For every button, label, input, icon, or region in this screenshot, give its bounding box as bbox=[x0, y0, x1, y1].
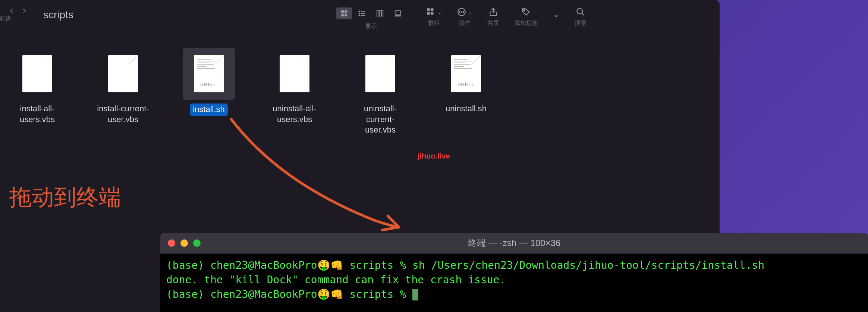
file-item-selected[interactable]: SHELL install.sh bbox=[183, 48, 235, 136]
terminal-titlebar[interactable]: 终端 — -zsh — 100×36 bbox=[160, 233, 868, 254]
forward-button[interactable] bbox=[20, 7, 28, 15]
svg-rect-14 bbox=[395, 15, 397, 16]
svg-point-26 bbox=[523, 10, 525, 11]
file-item[interactable]: install-current-user.vbs bbox=[97, 48, 149, 136]
svg-point-24 bbox=[463, 12, 464, 12]
svg-rect-1 bbox=[345, 10, 347, 13]
list-view-button[interactable] bbox=[354, 7, 370, 19]
search-button[interactable]: 搜索 bbox=[575, 6, 586, 27]
file-name: install-all-users.vbs bbox=[11, 104, 63, 125]
more-button[interactable]: ⌄ bbox=[553, 10, 560, 27]
file-icon bbox=[22, 55, 52, 92]
svg-point-27 bbox=[577, 8, 582, 14]
svg-rect-12 bbox=[381, 11, 383, 16]
tags-button[interactable]: 添加标签 bbox=[514, 6, 538, 27]
file-icon bbox=[365, 55, 395, 92]
file-name: install-current-user.vbs bbox=[97, 104, 149, 125]
file-grid: install-all-users.vbs install-current-us… bbox=[0, 33, 720, 150]
svg-rect-0 bbox=[341, 10, 344, 13]
svg-rect-13 bbox=[395, 11, 401, 14]
svg-point-7 bbox=[359, 11, 360, 12]
svg-rect-20 bbox=[431, 12, 434, 15]
nav-label: 返回/前进 bbox=[0, 15, 11, 23]
traffic-lights bbox=[168, 239, 201, 247]
group-button[interactable]: ⌄ 群组 bbox=[426, 6, 442, 27]
chevron-down-icon: ⌄ bbox=[553, 10, 560, 19]
svg-line-28 bbox=[582, 13, 584, 16]
chevron-down-icon: ⌄ bbox=[468, 9, 472, 15]
file-name: uninstall.sh bbox=[446, 104, 487, 114]
svg-rect-18 bbox=[431, 8, 434, 11]
file-icon bbox=[280, 55, 309, 92]
svg-point-8 bbox=[359, 13, 360, 14]
file-name: uninstall-current-user.vbs bbox=[354, 104, 406, 136]
minimize-button[interactable] bbox=[180, 239, 188, 247]
watermark: jihuo.live bbox=[418, 152, 450, 160]
cursor bbox=[412, 289, 418, 300]
svg-rect-3 bbox=[345, 14, 347, 16]
terminal-line: (base) chen23@MacBookPro🤑👊 scripts % sh … bbox=[166, 258, 862, 273]
annotation-text: 拖动到终端 bbox=[9, 182, 121, 213]
svg-rect-11 bbox=[379, 11, 381, 16]
shell-file-icon: SHELL bbox=[451, 55, 481, 92]
file-icon bbox=[108, 55, 138, 92]
svg-rect-16 bbox=[399, 15, 401, 16]
svg-point-9 bbox=[359, 15, 360, 16]
svg-point-22 bbox=[459, 12, 460, 12]
icon-view-button[interactable] bbox=[336, 7, 352, 19]
svg-rect-19 bbox=[427, 12, 430, 15]
shell-file-icon: SHELL bbox=[194, 55, 224, 92]
file-item[interactable]: uninstall-current-user.vbs bbox=[354, 48, 406, 136]
terminal-body[interactable]: (base) chen23@MacBookPro🤑👊 scripts % sh … bbox=[160, 254, 868, 312]
svg-rect-2 bbox=[341, 14, 344, 16]
back-button[interactable] bbox=[7, 7, 16, 15]
nav-buttons: 返回/前进 bbox=[7, 7, 28, 15]
column-view-button[interactable] bbox=[372, 7, 388, 19]
svg-rect-17 bbox=[427, 8, 430, 11]
view-switcher bbox=[334, 6, 408, 21]
view-label: 显示 bbox=[365, 22, 377, 30]
window-title: scripts bbox=[43, 9, 73, 21]
chevron-down-icon: ⌄ bbox=[437, 9, 442, 15]
terminal-window: 终端 — -zsh — 100×36 (base) chen23@MacBook… bbox=[160, 233, 868, 312]
share-button[interactable]: 共享 bbox=[487, 6, 499, 27]
close-button[interactable] bbox=[168, 239, 175, 247]
file-name: install.sh bbox=[190, 104, 228, 116]
file-name: uninstall-all-users.vbs bbox=[268, 104, 321, 125]
terminal-line: done. the "kill Dock" command can fix th… bbox=[166, 273, 862, 287]
terminal-title: 终端 — -zsh — 100×36 bbox=[468, 237, 561, 249]
file-item[interactable]: install-all-users.vbs bbox=[11, 48, 63, 136]
svg-rect-10 bbox=[377, 11, 379, 16]
file-item[interactable]: uninstall-all-users.vbs bbox=[268, 48, 321, 136]
action-button[interactable]: ⌄ 操作 bbox=[457, 6, 472, 27]
svg-point-23 bbox=[461, 12, 462, 12]
terminal-prompt: (base) chen23@MacBookPro🤑👊 scripts % bbox=[166, 287, 862, 302]
file-item[interactable]: SHELL uninstall.sh bbox=[440, 48, 492, 136]
svg-rect-15 bbox=[397, 15, 399, 16]
maximize-button[interactable] bbox=[193, 239, 201, 247]
finder-toolbar: 返回/前进 scripts bbox=[0, 0, 720, 33]
gallery-view-button[interactable] bbox=[390, 7, 406, 19]
